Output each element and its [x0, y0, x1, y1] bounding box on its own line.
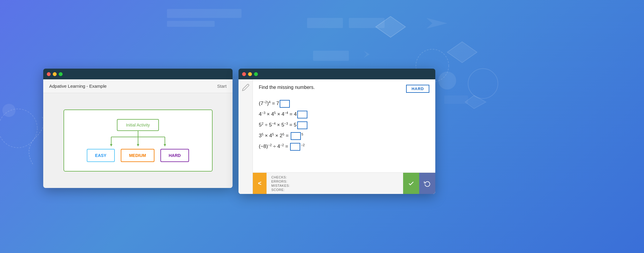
equation-3: 52 ÷ 5−4 × 5−3 = 5	[259, 121, 429, 129]
pencil-icon	[242, 84, 250, 91]
sidebar-strip	[239, 79, 253, 194]
dot-red[interactable]	[47, 72, 51, 76]
svg-marker-6	[426, 18, 447, 29]
reset-icon	[424, 180, 431, 187]
svg-marker-21	[137, 144, 139, 146]
quiz-question: Find the missing numbers.	[259, 85, 315, 90]
svg-marker-23	[164, 144, 166, 146]
footer-info: CHECKS: ERRORS: MISTAKES: SCORE:	[267, 173, 403, 194]
svg-rect-14	[444, 95, 468, 104]
quiz-footer: < CHECKS: ERRORS: MISTAKES: SCORE:	[253, 172, 435, 194]
window-title: Adpative Learning - Example	[49, 84, 107, 89]
answer-box-1[interactable]	[280, 100, 290, 108]
quiz-body: (7−2)4 = 7 4−3 × 45 × 4−4 = 4 52 ÷ 5−4 ×…	[253, 96, 435, 172]
svg-rect-0	[167, 9, 242, 18]
flow-initial-node[interactable]: Initial Activity	[117, 119, 159, 131]
titlebar-right	[239, 69, 435, 79]
svg-rect-3	[349, 18, 385, 28]
dot-green-right[interactable]	[254, 72, 258, 76]
equation-2: 4−3 × 45 × 4−4 = 4	[259, 111, 429, 118]
equation-1: (7−2)4 = 7	[259, 100, 429, 108]
flow-area: Initial Activity	[43, 93, 233, 188]
svg-marker-15	[465, 95, 486, 109]
dot-red-right[interactable]	[242, 72, 246, 76]
equation-4: 35 × 45 × 25 = 5	[259, 132, 429, 140]
flow-children: EASY MEDIUM HARD	[87, 149, 189, 162]
window-content-right: Find the missing numbers. HARD (7−2)4 = …	[239, 79, 435, 194]
checks-label: CHECKS:	[271, 175, 398, 179]
answer-box-3[interactable]	[297, 121, 307, 129]
window-content-left: Adpative Learning - Example Start Initia…	[43, 79, 233, 188]
dot-green[interactable]	[59, 72, 63, 76]
back-button[interactable]: <	[253, 173, 267, 194]
check-icon	[408, 180, 414, 187]
answer-box-4[interactable]	[291, 132, 301, 140]
svg-point-11	[438, 72, 456, 90]
answer-box-5[interactable]	[290, 143, 300, 151]
svg-point-13	[468, 69, 498, 98]
hard-badge: HARD	[406, 85, 429, 93]
svg-rect-4	[313, 51, 349, 61]
check-button[interactable]	[403, 173, 419, 194]
reset-button[interactable]	[419, 173, 435, 194]
svg-marker-5	[376, 16, 405, 37]
flow-node-hard[interactable]: HARD	[160, 149, 189, 162]
score-label: SCORE:	[271, 188, 398, 192]
errors-label: ERRORS:	[271, 180, 398, 183]
svg-marker-7	[364, 51, 370, 58]
dot-yellow-right[interactable]	[248, 72, 252, 76]
svg-rect-2	[307, 18, 343, 28]
flow-node-easy[interactable]: EASY	[87, 149, 115, 162]
titlebar-left	[43, 69, 233, 79]
quiz-header: Find the missing numbers. HARD	[253, 79, 435, 96]
svg-rect-1	[167, 21, 215, 27]
svg-marker-12	[447, 42, 477, 63]
svg-point-8	[0, 109, 37, 148]
start-link[interactable]: Start	[217, 84, 227, 89]
svg-marker-19	[110, 144, 112, 146]
right-window: Find the missing numbers. HARD (7−2)4 = …	[239, 69, 435, 194]
svg-point-9	[2, 104, 16, 117]
main-quiz: Find the missing numbers. HARD (7−2)4 = …	[253, 79, 435, 194]
flow-diagram: Initial Activity	[64, 109, 213, 172]
dot-yellow[interactable]	[53, 72, 57, 76]
mistakes-label: MISTAKES:	[271, 184, 398, 187]
flow-node-medium[interactable]: MEDIUM	[121, 149, 154, 162]
left-window: Adpative Learning - Example Start Initia…	[43, 69, 233, 188]
equation-5: (−8)−2 ÷ 4−2 = −2	[259, 143, 429, 151]
answer-box-2[interactable]	[297, 111, 307, 118]
window-header-left: Adpative Learning - Example Start	[43, 79, 233, 93]
footer-actions	[403, 173, 435, 194]
